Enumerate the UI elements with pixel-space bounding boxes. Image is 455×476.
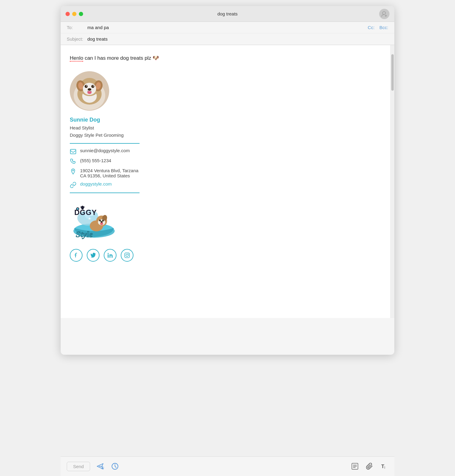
svg-point-43 <box>77 208 79 210</box>
svg-point-37 <box>100 220 101 220</box>
signature-phone-value: (555) 555-1234 <box>80 158 111 163</box>
to-label: To: <box>67 25 85 30</box>
linkedin-icon <box>107 253 113 258</box>
doggy-style-logo: D GGY Style <box>70 199 118 242</box>
facebook-icon <box>73 253 79 258</box>
signature-name: Sunnie Dog <box>70 117 385 123</box>
dog-avatar-image <box>70 71 109 111</box>
svg-point-53 <box>126 254 128 256</box>
spell-error-henlo: Henlo <box>70 55 83 62</box>
to-row: To: Cc: Bcc: <box>61 22 394 33</box>
signature-company: Doggy Style Pet Grooming <box>70 132 385 139</box>
svg-point-38 <box>103 220 104 220</box>
scrollbar[interactable] <box>390 45 394 318</box>
svg-point-22 <box>72 170 74 171</box>
facebook-button[interactable] <box>70 249 83 262</box>
signature-address-value: 19024 Ventura Blvd, Tarzana CA 91356, Un… <box>80 168 138 178</box>
linkedin-button[interactable] <box>104 249 116 262</box>
email-signature: Sunnie Dog Head Stylist Doggy Style Pet … <box>70 71 385 262</box>
svg-point-17 <box>88 88 91 91</box>
compose-body[interactable]: Henlo can I has more dog treats plz 🐶 <box>61 45 394 318</box>
svg-point-49 <box>83 206 85 208</box>
svg-point-51 <box>108 253 109 254</box>
signature-website-item: doggystyle.com <box>70 181 385 188</box>
signature-title: Head Stylist <box>70 124 385 132</box>
svg-point-19 <box>90 89 91 90</box>
maximize-button[interactable] <box>79 12 83 16</box>
minimize-button[interactable] <box>72 12 76 16</box>
svg-point-16 <box>93 85 94 86</box>
message-content: can I has more dog treats plz 🐶 <box>85 55 159 61</box>
svg-rect-52 <box>125 253 130 258</box>
svg-point-18 <box>88 89 89 90</box>
avatar <box>70 71 109 111</box>
svg-point-15 <box>86 85 87 86</box>
cc-button[interactable]: Cc: <box>368 25 375 30</box>
signature-address-item: 19024 Ventura Blvd, Tarzana CA 91356, Un… <box>70 168 385 178</box>
signature-divider-top <box>70 143 140 144</box>
to-input[interactable] <box>87 25 368 30</box>
logo-container: D GGY Style <box>70 199 385 243</box>
email-icon <box>70 148 76 155</box>
svg-point-39 <box>101 221 103 223</box>
svg-text:GGY: GGY <box>80 208 97 216</box>
address-line1: 19024 Ventura Blvd, Tarzana <box>80 168 138 173</box>
window-title: dog treats <box>217 11 238 16</box>
traffic-lights <box>66 12 83 16</box>
scrollbar-thumb[interactable] <box>391 54 394 91</box>
link-icon <box>70 182 76 188</box>
twitter-icon <box>90 253 96 258</box>
svg-point-0 <box>383 12 386 15</box>
bcc-button[interactable]: Bcc: <box>379 25 388 30</box>
signature-website-link[interactable]: doggystyle.com <box>80 181 112 186</box>
svg-rect-21 <box>70 149 76 154</box>
compose-header: To: Cc: Bcc: Subject: <box>61 22 394 45</box>
signature-contact-list: sunnie@doggystyle.com (555) 555-1234 190… <box>70 148 385 188</box>
instagram-icon <box>124 253 130 258</box>
add-account-button[interactable] <box>379 9 389 19</box>
person-add-icon <box>381 11 388 17</box>
svg-point-14 <box>91 85 94 88</box>
subject-label: Subject: <box>67 36 85 42</box>
subject-row: Subject: <box>61 33 394 45</box>
signature-email-value: sunnie@doggystyle.com <box>80 148 130 153</box>
svg-point-35 <box>99 220 101 221</box>
titlebar: dog treats <box>61 6 394 22</box>
cc-bcc-area: Cc: Bcc: <box>368 25 388 30</box>
social-icons-row <box>70 249 385 262</box>
subject-input[interactable] <box>87 36 388 42</box>
address-line2: CA 91356, United States <box>80 173 130 178</box>
svg-text:Style: Style <box>76 230 93 239</box>
location-icon <box>70 168 76 175</box>
twitter-button[interactable] <box>87 249 99 262</box>
phone-icon <box>70 158 76 165</box>
svg-point-13 <box>85 85 88 88</box>
svg-rect-50 <box>108 254 109 258</box>
close-button[interactable] <box>66 12 70 16</box>
svg-point-36 <box>102 220 104 221</box>
signature-email-item: sunnie@doggystyle.com <box>70 148 385 155</box>
signature-phone-item: (555) 555-1234 <box>70 158 385 165</box>
signature-divider-bottom <box>70 193 140 193</box>
svg-point-40 <box>100 223 103 225</box>
email-compose-window: dog treats To: Cc: Bcc: Subject: <box>61 6 394 355</box>
svg-point-54 <box>128 253 129 254</box>
instagram-button[interactable] <box>121 249 133 262</box>
message-body[interactable]: Henlo can I has more dog treats plz 🐶 <box>70 54 385 62</box>
